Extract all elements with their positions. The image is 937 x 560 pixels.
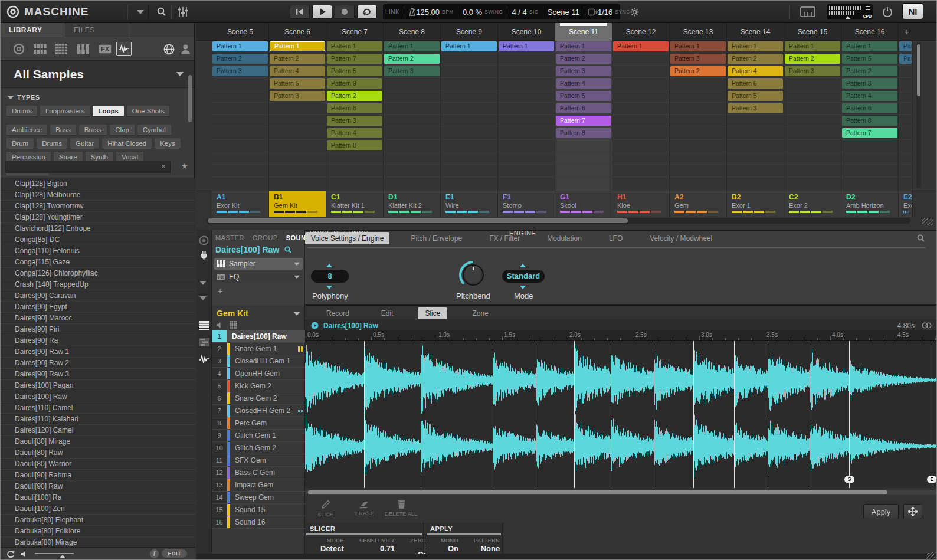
quickbrowse-icon[interactable]	[284, 245, 292, 254]
list-item[interactable]: Daires[90] Raw 3	[1, 369, 195, 380]
pattern-cell[interactable]: Pattern 7	[327, 54, 382, 64]
move-tool-button[interactable]	[903, 504, 922, 519]
pattern-cell[interactable]: Pattern 1	[556, 41, 611, 51]
pattern-cell[interactable]: Pattern 4	[327, 128, 382, 138]
list-item[interactable]: Daouli[80] Mirage	[1, 436, 195, 447]
pattern-cell[interactable]: Pattern 3	[270, 91, 325, 101]
sound-slot-9[interactable]: 9Glitch Gem 1	[212, 430, 305, 442]
sound-slot-16[interactable]: 16Sound 16	[212, 516, 305, 529]
pattern-cell[interactable]: Pattern 3	[384, 66, 440, 76]
chevron-down-icon[interactable]	[293, 312, 300, 316]
list-view-icon[interactable]	[199, 321, 209, 330]
list-item[interactable]: Conga[110] Felonius	[1, 245, 195, 257]
list-item[interactable]: Daires[120] Camel	[1, 425, 195, 436]
list-item[interactable]: Clap[128] Bigton	[1, 178, 195, 189]
type-filter-drums[interactable]: Drums	[6, 106, 37, 116]
param-search-icon[interactable]	[916, 234, 925, 243]
sound-slot-10[interactable]: 10Glitch Gem 2	[212, 442, 305, 454]
list-item[interactable]: Daouli[100] Ra	[1, 492, 195, 503]
group-mute-icon[interactable]	[217, 322, 224, 329]
chevron-down-icon[interactable]	[294, 275, 300, 279]
pattern-cell[interactable]: Pattern 7	[556, 116, 611, 126]
group-cell-b1[interactable]: B1Gem Kit	[269, 191, 326, 217]
group-cell-a1[interactable]: A1Exor Kit	[212, 191, 269, 217]
pitchbend-knob[interactable]	[457, 259, 489, 291]
pattern-cell[interactable]: Pattern 6	[327, 103, 382, 113]
pattern-cell[interactable]: Pattern 5	[270, 78, 325, 89]
pattern-cell[interactable]: Pattern 1	[613, 41, 669, 51]
collapse-panel-icon[interactable]	[199, 285, 207, 300]
tag-filter-brass[interactable]: Brass	[79, 125, 107, 135]
list-item[interactable]: Conga[85] DC	[1, 234, 195, 245]
list-item[interactable]: Daouli[80] Warrior	[1, 459, 195, 470]
play-sample-icon[interactable]	[311, 322, 319, 329]
current-scene-display[interactable]: Scene 11	[548, 8, 579, 17]
list-item[interactable]: Daires[90] Piri	[1, 324, 195, 335]
list-item[interactable]: Daires[90] Raw 2	[1, 358, 195, 369]
pads-icon[interactable]	[32, 42, 48, 56]
list-item[interactable]: Daires[90] Ra	[1, 335, 195, 346]
param-tab-pitch-envelope[interactable]: Pitch / Envelope	[405, 232, 468, 244]
pattern-cell[interactable]: Pattern 3	[785, 66, 840, 76]
pattern-cell[interactable]: Pattern 1	[842, 41, 897, 51]
meter-marker[interactable]	[846, 16, 850, 19]
scene-tab-16[interactable]: Scene 16	[841, 23, 899, 41]
list-item[interactable]: Darbuka[80] Elephant	[1, 515, 195, 526]
sound-slot-6[interactable]: 6Snare Gem 2	[212, 392, 305, 405]
type-filter-one-shots[interactable]: One Shots	[127, 106, 169, 116]
edit-button[interactable]: EDIT	[162, 549, 187, 558]
sound-slot-14[interactable]: 14Sweep Gem	[212, 492, 305, 504]
scene-tab-6[interactable]: Scene 6	[269, 23, 326, 41]
editor-sample-name[interactable]: Daires[100] Raw	[323, 322, 378, 330]
pattern-cell[interactable]: Pattern 1	[728, 41, 783, 51]
metronome-icon[interactable]	[408, 8, 416, 16]
search-input[interactable]	[5, 161, 171, 173]
scene-tab-12[interactable]: Scene 12	[612, 23, 670, 41]
list-item[interactable]: Daires[90] Caravan	[1, 290, 195, 302]
tab-library[interactable]: LIBRARY	[1, 23, 65, 37]
gear-icon[interactable]	[630, 8, 639, 17]
pattern-cell[interactable]: Pattern 2	[842, 66, 897, 76]
param-tab-lfo[interactable]: LFO	[603, 232, 628, 244]
scene-tab-10[interactable]: Scene 10	[498, 23, 555, 41]
editor-tab-record[interactable]: Record	[319, 307, 356, 319]
pad-grid-icon[interactable]	[230, 321, 237, 329]
keys-icon[interactable]	[76, 42, 91, 56]
pattern-cell[interactable]: Pattern 4	[270, 66, 325, 76]
sound-slot-7[interactable]: 7ClosedHH Gem 2	[212, 405, 305, 417]
tag-filter-cymbal[interactable]: Cymbal	[137, 125, 171, 135]
sound-slot-13[interactable]: 13Impact Gem	[212, 479, 305, 492]
tool-erase[interactable]: ERASE	[344, 499, 385, 516]
sample-list-scrollbar[interactable]	[188, 75, 192, 122]
pattern-cell[interactable]: Pattern 5	[327, 66, 382, 76]
slice-start-marker[interactable]: S	[844, 476, 854, 483]
tag-filter-keys[interactable]: Keys	[155, 138, 181, 149]
list-item[interactable]: Daires[90] Marocc	[1, 313, 195, 324]
pattern-cell[interactable]: Pattern 2	[556, 54, 611, 64]
autoload-icon[interactable]	[6, 550, 15, 558]
pattern-cell[interactable]: Pattern 2	[270, 54, 325, 64]
tag-filter-ambience[interactable]: Ambience	[6, 125, 47, 135]
group-cell-c2[interactable]: C2Exor 2	[784, 191, 841, 217]
param-mono[interactable]: MONOOn	[441, 538, 458, 553]
pattern-cell[interactable]: Pattern 8	[556, 128, 611, 138]
tool-delete-all[interactable]: DELETE ALL	[381, 499, 422, 517]
pattern-cell[interactable]: Pattern 2	[212, 54, 268, 64]
scene-tab-5[interactable]: Scene 5	[212, 23, 269, 41]
pattern-cell[interactable]: Pattern 2	[670, 66, 726, 76]
tag-filter-bass[interactable]: Bass	[50, 125, 76, 135]
scene-tab-13[interactable]: Scene 13	[670, 23, 727, 41]
prehear-volume-slider[interactable]	[35, 553, 74, 554]
favorite-icon[interactable]: ★	[181, 162, 188, 171]
list-item[interactable]: Conga[115] Gaze	[1, 257, 195, 268]
pattern-cell[interactable]: Pattern 1	[441, 41, 497, 51]
editor-tab-zone[interactable]: Zone	[465, 307, 495, 319]
list-item[interactable]: Clap[128] Youngtimer	[1, 212, 195, 223]
search-icon[interactable]	[153, 5, 171, 19]
info-icon[interactable]: i	[150, 549, 159, 558]
pattern-cell[interactable]: Pat	[899, 54, 912, 64]
pattern-cell[interactable]: Pattern 4	[556, 78, 611, 89]
globe-icon[interactable]	[161, 42, 176, 56]
slice-end-marker[interactable]: E	[927, 476, 937, 483]
group-cell-g1[interactable]: G1Skool	[555, 191, 612, 217]
